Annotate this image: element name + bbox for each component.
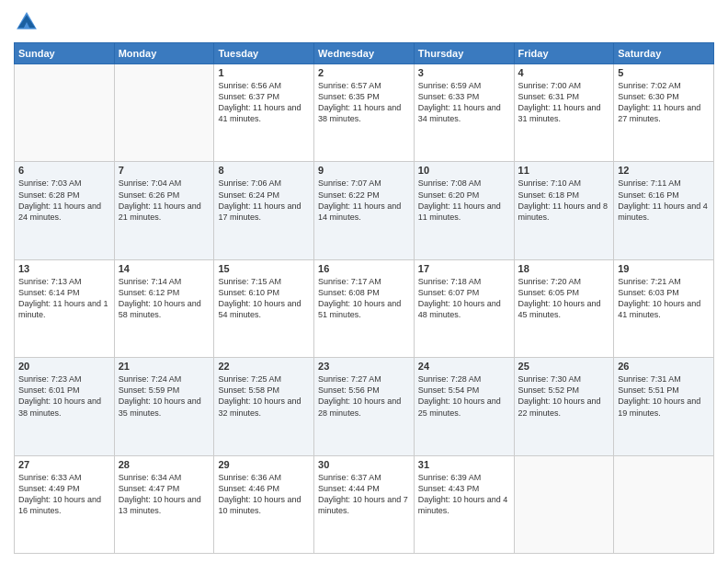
calendar-week-1: 1Sunrise: 6:56 AMSunset: 6:37 PMDaylight… [15,64,714,162]
weekday-header-tuesday: Tuesday [214,43,314,64]
day-info: Sunrise: 6:36 AMSunset: 4:46 PMDaylight:… [218,472,310,517]
day-number: 30 [318,459,410,470]
day-number: 29 [218,459,310,470]
day-info: Sunrise: 6:37 AMSunset: 4:44 PMDaylight:… [318,472,410,517]
calendar-cell: 23Sunrise: 7:27 AMSunset: 5:56 PMDayligh… [314,358,415,455]
calendar-cell: 24Sunrise: 7:28 AMSunset: 5:54 PMDayligh… [414,358,514,455]
logo-icon [14,9,40,35]
day-info: Sunrise: 7:11 AMSunset: 6:16 PMDaylight:… [618,178,710,223]
day-info: Sunrise: 7:04 AMSunset: 6:26 PMDaylight:… [119,178,210,223]
day-number: 11 [518,165,610,176]
day-info: Sunrise: 7:02 AMSunset: 6:30 PMDaylight:… [618,80,710,125]
calendar-cell: 22Sunrise: 7:25 AMSunset: 5:58 PMDayligh… [214,358,314,455]
day-number: 20 [18,361,110,372]
day-info: Sunrise: 7:17 AMSunset: 6:08 PMDaylight:… [318,276,410,321]
calendar-week-4: 20Sunrise: 7:23 AMSunset: 6:01 PMDayligh… [15,358,714,455]
calendar-cell: 16Sunrise: 7:17 AMSunset: 6:08 PMDayligh… [314,259,415,357]
calendar-cell: 31Sunrise: 6:39 AMSunset: 4:43 PMDayligh… [414,455,514,553]
weekday-header-thursday: Thursday [414,43,514,64]
weekday-header-monday: Monday [114,43,214,64]
day-number: 9 [318,165,410,176]
calendar-cell: 12Sunrise: 7:11 AMSunset: 6:16 PMDayligh… [614,162,714,259]
day-info: Sunrise: 7:27 AMSunset: 5:56 PMDaylight:… [318,373,410,419]
calendar-cell: 10Sunrise: 7:08 AMSunset: 6:20 PMDayligh… [414,162,514,259]
day-info: Sunrise: 7:24 AMSunset: 5:59 PMDaylight:… [119,373,210,419]
calendar-cell: 5Sunrise: 7:02 AMSunset: 6:30 PMDaylight… [614,64,714,162]
day-info: Sunrise: 7:00 AMSunset: 6:31 PMDaylight:… [518,80,610,125]
day-info: Sunrise: 6:39 AMSunset: 4:43 PMDaylight:… [418,472,510,517]
day-number: 18 [518,263,610,274]
day-info: Sunrise: 7:13 AMSunset: 6:14 PMDaylight:… [18,276,110,321]
day-number: 15 [218,263,310,274]
day-number: 8 [218,165,310,176]
day-number: 23 [318,361,410,372]
day-info: Sunrise: 7:20 AMSunset: 6:05 PMDaylight:… [518,276,610,321]
logo [14,9,43,35]
calendar-cell: 2Sunrise: 6:57 AMSunset: 6:35 PMDaylight… [314,64,415,162]
day-info: Sunrise: 6:57 AMSunset: 6:35 PMDaylight:… [318,80,410,125]
calendar-week-2: 6Sunrise: 7:03 AMSunset: 6:28 PMDaylight… [15,162,714,259]
day-number: 22 [218,361,310,372]
day-number: 6 [18,165,110,176]
day-info: Sunrise: 7:30 AMSunset: 5:52 PMDaylight:… [518,373,610,419]
day-number: 7 [119,165,210,176]
calendar-cell: 4Sunrise: 7:00 AMSunset: 6:31 PMDaylight… [514,64,614,162]
header [14,9,714,35]
day-number: 5 [618,67,710,78]
day-number: 1 [218,67,310,78]
weekday-header-wednesday: Wednesday [314,43,415,64]
calendar-cell: 21Sunrise: 7:24 AMSunset: 5:59 PMDayligh… [114,358,214,455]
calendar-cell [614,455,714,553]
calendar-cell: 9Sunrise: 7:07 AMSunset: 6:22 PMDaylight… [314,162,415,259]
day-info: Sunrise: 7:03 AMSunset: 6:28 PMDaylight:… [18,178,110,223]
calendar-cell: 18Sunrise: 7:20 AMSunset: 6:05 PMDayligh… [514,259,614,357]
day-number: 3 [418,67,510,78]
calendar-cell: 27Sunrise: 6:33 AMSunset: 4:49 PMDayligh… [15,455,115,553]
day-info: Sunrise: 6:59 AMSunset: 6:33 PMDaylight:… [418,80,510,125]
day-info: Sunrise: 6:56 AMSunset: 6:37 PMDaylight:… [218,80,310,125]
calendar-cell: 29Sunrise: 6:36 AMSunset: 4:46 PMDayligh… [214,455,314,553]
calendar-cell: 13Sunrise: 7:13 AMSunset: 6:14 PMDayligh… [15,259,115,357]
day-number: 25 [518,361,610,372]
day-number: 26 [618,361,710,372]
day-info: Sunrise: 7:23 AMSunset: 6:01 PMDaylight:… [18,373,110,419]
calendar-table: SundayMondayTuesdayWednesdayThursdayFrid… [14,42,714,554]
day-info: Sunrise: 7:14 AMSunset: 6:12 PMDaylight:… [119,276,210,321]
weekday-header-saturday: Saturday [614,43,714,64]
calendar-cell [114,64,214,162]
calendar-week-5: 27Sunrise: 6:33 AMSunset: 4:49 PMDayligh… [15,455,714,553]
day-number: 27 [18,459,110,470]
day-info: Sunrise: 7:06 AMSunset: 6:24 PMDaylight:… [218,178,310,223]
calendar-cell: 26Sunrise: 7:31 AMSunset: 5:51 PMDayligh… [614,358,714,455]
day-info: Sunrise: 6:34 AMSunset: 4:47 PMDaylight:… [119,472,210,517]
day-number: 12 [618,165,710,176]
calendar-cell: 28Sunrise: 6:34 AMSunset: 4:47 PMDayligh… [114,455,214,553]
calendar-cell: 15Sunrise: 7:15 AMSunset: 6:10 PMDayligh… [214,259,314,357]
weekday-header-row: SundayMondayTuesdayWednesdayThursdayFrid… [15,43,714,64]
day-number: 19 [618,263,710,274]
day-info: Sunrise: 7:18 AMSunset: 6:07 PMDaylight:… [418,276,510,321]
day-number: 31 [418,459,510,470]
calendar-cell: 30Sunrise: 6:37 AMSunset: 4:44 PMDayligh… [314,455,415,553]
day-number: 17 [418,263,510,274]
page: SundayMondayTuesdayWednesdayThursdayFrid… [0,0,728,563]
day-number: 10 [418,165,510,176]
day-info: Sunrise: 7:07 AMSunset: 6:22 PMDaylight:… [318,178,410,223]
day-info: Sunrise: 7:10 AMSunset: 6:18 PMDaylight:… [518,178,610,223]
day-number: 13 [18,263,110,274]
weekday-header-friday: Friday [514,43,614,64]
calendar-cell [15,64,115,162]
day-number: 4 [518,67,610,78]
day-number: 16 [318,263,410,274]
day-number: 14 [119,263,210,274]
calendar-cell: 8Sunrise: 7:06 AMSunset: 6:24 PMDaylight… [214,162,314,259]
calendar-cell: 6Sunrise: 7:03 AMSunset: 6:28 PMDaylight… [15,162,115,259]
day-info: Sunrise: 7:21 AMSunset: 6:03 PMDaylight:… [618,276,710,321]
calendar-cell: 20Sunrise: 7:23 AMSunset: 6:01 PMDayligh… [15,358,115,455]
weekday-header-sunday: Sunday [15,43,115,64]
day-number: 21 [119,361,210,372]
day-number: 28 [119,459,210,470]
calendar-cell: 17Sunrise: 7:18 AMSunset: 6:07 PMDayligh… [414,259,514,357]
day-number: 2 [318,67,410,78]
day-info: Sunrise: 7:31 AMSunset: 5:51 PMDaylight:… [618,373,710,419]
